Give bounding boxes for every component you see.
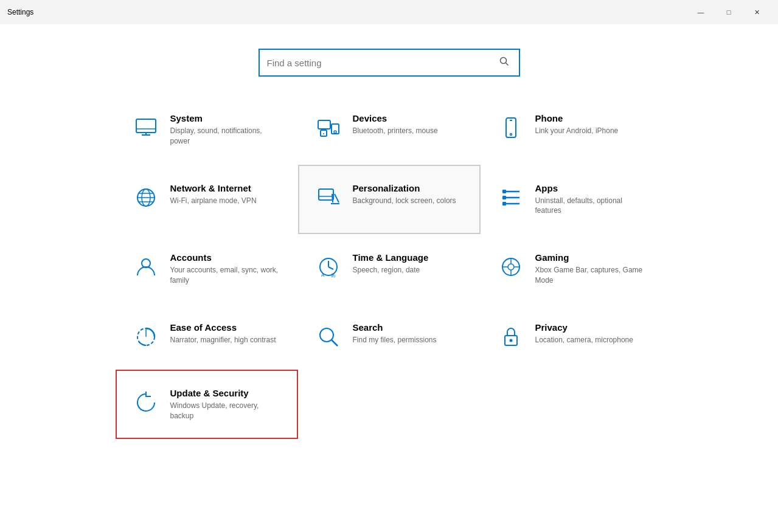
- close-button[interactable]: ✕: [743, 2, 771, 22]
- setting-item-privacy[interactable]: Privacy Location, camera, microphone: [481, 304, 663, 370]
- search-button[interactable]: [497, 57, 512, 69]
- search-text: Search Find my files, permissions: [353, 322, 437, 345]
- svg-rect-29: [502, 202, 506, 206]
- svg-point-44: [320, 328, 333, 342]
- search-input[interactable]: [267, 58, 497, 68]
- network-icon: [131, 183, 161, 212]
- phone-desc: Link your Android, iPhone: [535, 126, 619, 136]
- svg-line-45: [332, 340, 338, 346]
- apps-title: Apps: [535, 183, 647, 193]
- maximize-button[interactable]: □: [715, 2, 743, 22]
- svg-point-47: [509, 339, 512, 342]
- setting-item-network[interactable]: Network & Internet Wi-Fi, airplane mode,…: [116, 165, 298, 235]
- devices-desc: Bluetooth, printers, mouse: [353, 126, 438, 136]
- privacy-text: Privacy Location, camera, microphone: [535, 322, 633, 345]
- time-desc: Speech, region, date: [353, 265, 429, 275]
- minimize-button[interactable]: —: [687, 2, 715, 22]
- svg-line-1: [505, 63, 508, 66]
- apps-desc: Uninstall, defaults, optional features: [535, 196, 647, 216]
- svg-rect-25: [502, 190, 506, 193]
- svg-rect-27: [502, 196, 506, 199]
- system-text: System Display, sound, notifications, po…: [170, 113, 282, 147]
- titlebar: Settings — □ ✕: [0, 0, 778, 24]
- phone-title: Phone: [535, 113, 619, 123]
- svg-point-37: [508, 264, 514, 270]
- personalization-desc: Background, lock screen, colors: [353, 196, 456, 206]
- svg-rect-19: [319, 189, 333, 200]
- setting-item-time[interactable]: A あ Time & Language Speech, region, date: [298, 234, 481, 304]
- system-icon: [131, 113, 161, 142]
- gaming-text: Gaming Xbox Game Bar, captures, Game Mod…: [535, 252, 647, 286]
- svg-point-30: [142, 259, 150, 268]
- privacy-icon: [496, 322, 526, 351]
- network-title: Network & Internet: [170, 183, 257, 193]
- privacy-title: Privacy: [535, 322, 633, 333]
- apps-text: Apps Uninstall, defaults, optional featu…: [535, 183, 647, 216]
- apps-icon: [496, 183, 526, 212]
- update-title: Update & Security: [170, 388, 282, 398]
- time-title: Time & Language: [353, 252, 429, 263]
- setting-item-search[interactable]: Search Find my files, permissions: [298, 304, 481, 370]
- svg-point-13: [510, 134, 512, 136]
- setting-item-update[interactable]: Update & Security Windows Update, recove…: [116, 370, 298, 440]
- gaming-icon: [496, 252, 526, 282]
- svg-point-0: [500, 58, 506, 64]
- settings-grid: System Display, sound, notifications, po…: [55, 95, 724, 439]
- setting-item-ease[interactable]: Ease of Access Narrator, magnifier, high…: [116, 304, 298, 370]
- search-box: [259, 49, 520, 77]
- gaming-title: Gaming: [535, 252, 647, 263]
- search-title: Search: [353, 322, 437, 333]
- setting-item-personalization[interactable]: Personalization Background, lock screen,…: [298, 165, 481, 235]
- devices-text: Devices Bluetooth, printers, mouse: [353, 113, 438, 136]
- svg-rect-8: [321, 130, 327, 136]
- ease-text: Ease of Access Narrator, magnifier, high…: [170, 322, 276, 345]
- time-icon: A あ: [314, 252, 343, 282]
- personalization-icon: [314, 183, 343, 212]
- ease-icon: [131, 322, 161, 351]
- svg-rect-6: [318, 120, 330, 129]
- accounts-title: Accounts: [170, 252, 282, 263]
- search-desc: Find my files, permissions: [353, 335, 437, 345]
- network-desc: Wi-Fi, airplane mode, VPN: [170, 196, 257, 206]
- update-text: Update & Security Windows Update, recove…: [170, 388, 282, 421]
- svg-text:A: A: [321, 272, 325, 278]
- ease-title: Ease of Access: [170, 322, 276, 333]
- window-title: Settings: [7, 8, 33, 16]
- svg-rect-7: [332, 124, 339, 134]
- setting-item-system[interactable]: System Display, sound, notifications, po…: [116, 95, 298, 165]
- setting-item-accounts[interactable]: Accounts Your accounts, email, sync, wor…: [116, 234, 298, 304]
- ease-desc: Narrator, magnifier, high contrast: [170, 335, 276, 345]
- system-title: System: [170, 113, 282, 123]
- personalization-text: Personalization Background, lock screen,…: [353, 183, 456, 206]
- network-text: Network & Internet Wi-Fi, airplane mode,…: [170, 183, 257, 206]
- update-desc: Windows Update, recovery, backup: [170, 401, 282, 421]
- phone-icon: [496, 113, 526, 142]
- search-icon: [314, 322, 343, 351]
- settings-main: System Display, sound, notifications, po…: [0, 24, 778, 532]
- privacy-desc: Location, camera, microphone: [535, 335, 633, 345]
- setting-item-devices[interactable]: Devices Bluetooth, printers, mouse: [298, 95, 481, 165]
- svg-line-21: [335, 194, 339, 202]
- svg-point-10: [334, 131, 336, 133]
- accounts-desc: Your accounts, email, sync, work, family: [170, 265, 282, 286]
- phone-text: Phone Link your Android, iPhone: [535, 113, 619, 136]
- gaming-desc: Xbox Game Bar, captures, Game Mode: [535, 265, 647, 286]
- window-controls: — □ ✕: [687, 2, 771, 22]
- system-desc: Display, sound, notifications, power: [170, 126, 282, 147]
- setting-item-gaming[interactable]: Gaming Xbox Game Bar, captures, Game Mod…: [481, 234, 663, 304]
- svg-line-22: [332, 194, 333, 202]
- devices-icon: [314, 113, 343, 142]
- time-text: Time & Language Speech, region, date: [353, 252, 429, 275]
- personalization-title: Personalization: [353, 183, 456, 193]
- setting-item-phone[interactable]: Phone Link your Android, iPhone: [481, 95, 663, 165]
- svg-text:あ: あ: [331, 272, 336, 278]
- svg-line-33: [328, 267, 333, 269]
- accounts-icon: [131, 252, 161, 282]
- svg-rect-2: [136, 119, 156, 133]
- search-area: [0, 24, 778, 95]
- update-icon: [131, 388, 161, 417]
- accounts-text: Accounts Your accounts, email, sync, wor…: [170, 252, 282, 286]
- setting-item-apps[interactable]: Apps Uninstall, defaults, optional featu…: [481, 165, 663, 235]
- devices-title: Devices: [353, 113, 438, 123]
